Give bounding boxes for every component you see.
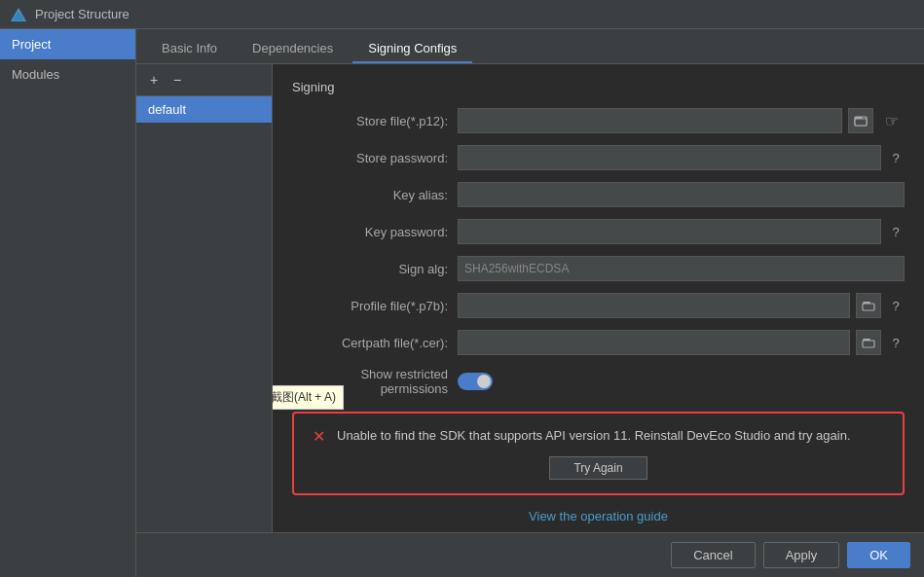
label-certpath-file: Certpath file(*.cer): [292, 336, 458, 350]
tab-signing-configs[interactable]: Signing Configs [352, 35, 472, 63]
input-key-password[interactable] [458, 219, 881, 244]
label-store-file: Store file(*.p12): [292, 114, 458, 128]
form-row-key-alias: Key alias: [292, 182, 905, 207]
app-icon [10, 6, 27, 23]
toggle-knob [477, 375, 491, 388]
form-area: 截图(Alt + A) Signing Store file(*.p12): ☞ [273, 64, 924, 532]
restricted-perms-toggle[interactable] [458, 373, 493, 390]
svg-rect-6 [863, 302, 870, 304]
wrap-store-file: ☞ [458, 108, 905, 133]
input-store-file[interactable] [458, 108, 842, 133]
wrap-store-password: ? [458, 145, 905, 170]
label-profile-file: Profile file(*.p7b): [292, 299, 458, 313]
sidebar-item-modules[interactable]: Modules [0, 59, 135, 90]
error-icon: ✕ [310, 427, 327, 445]
input-profile-file[interactable] [458, 293, 850, 318]
sidebar: Project Modules [0, 29, 136, 577]
bottom-bar: Cancel Apply OK [136, 532, 924, 577]
label-sign-alg: Sign alg: [292, 262, 458, 276]
input-key-alias[interactable] [458, 182, 905, 207]
svg-rect-8 [863, 339, 870, 341]
label-key-password: Key password: [292, 225, 458, 239]
add-config-button[interactable]: + [144, 70, 164, 90]
svg-rect-5 [863, 304, 874, 310]
form-row-store-password: Store password: ? [292, 145, 905, 170]
browse-certpath-file-button[interactable] [856, 330, 881, 355]
error-message: Unable to find the SDK that supports API… [337, 427, 851, 445]
form-row-certpath-file: Certpath file(*.cer): ? [292, 330, 905, 355]
tab-dependencies[interactable]: Dependencies [237, 35, 349, 63]
input-certpath-file[interactable] [458, 330, 850, 355]
fingerprint-button[interactable]: ☞ [879, 108, 905, 133]
remove-config-button[interactable]: − [167, 70, 187, 90]
wrap-sign-alg [458, 256, 905, 281]
section-title: Signing [292, 80, 905, 94]
config-panel: + − default [136, 64, 273, 532]
browse-store-file-button[interactable] [848, 108, 873, 133]
browse-profile-file-button[interactable] [856, 293, 881, 318]
label-store-password: Store password: [292, 151, 458, 165]
svg-rect-7 [863, 341, 874, 347]
main-layout: Project Modules Basic Info Dependencies … [0, 29, 924, 577]
wrap-key-password: ? [458, 219, 905, 244]
form-row-key-password: Key password: ? [292, 219, 905, 244]
help-icon-certpath-file[interactable]: ? [887, 334, 905, 351]
wrap-certpath-file: ? [458, 330, 905, 355]
operation-guide-link[interactable]: View the operation guide [292, 509, 905, 523]
wrap-profile-file: ? [458, 293, 905, 318]
form-row-restricted-perms: Show restricted permissions [292, 367, 905, 396]
svg-rect-4 [855, 119, 867, 126]
form-row-store-file: Store file(*.p12): ☞ [292, 108, 905, 133]
help-icon-key-password[interactable]: ? [887, 223, 905, 240]
title-bar-text: Project Structure [35, 7, 129, 21]
apply-button[interactable]: Apply [763, 542, 840, 568]
wrap-restricted-perms [458, 373, 905, 390]
help-icon-profile-file[interactable]: ? [887, 297, 905, 314]
form-row-profile-file: Profile file(*.p7b): ? [292, 293, 905, 318]
ok-button[interactable]: OK [847, 542, 910, 568]
content-area: Basic Info Dependencies Signing Configs … [136, 29, 924, 577]
try-again-button[interactable]: Try Again [549, 456, 647, 480]
wrap-key-alias [458, 182, 905, 207]
screenshot-tooltip: 截图(Alt + A) [273, 385, 344, 410]
input-sign-alg[interactable] [458, 256, 905, 281]
title-bar: Project Structure [0, 0, 924, 29]
input-store-password[interactable] [458, 145, 881, 170]
form-row-sign-alg: Sign alg: [292, 256, 905, 281]
inner-content: + − default 截图(Alt + A) Signing Store fi… [136, 64, 924, 532]
sidebar-item-project[interactable]: Project [0, 29, 135, 59]
error-row: ✕ Unable to find the SDK that supports A… [310, 427, 887, 445]
config-toolbar: + − [136, 64, 272, 96]
cancel-button[interactable]: Cancel [671, 542, 755, 568]
tab-basic-info[interactable]: Basic Info [146, 35, 233, 63]
error-box: ✕ Unable to find the SDK that supports A… [292, 412, 905, 495]
tabs-bar: Basic Info Dependencies Signing Configs [136, 29, 924, 64]
label-key-alias: Key alias: [292, 188, 458, 202]
config-item-default[interactable]: default [136, 96, 272, 123]
help-icon-store-password[interactable]: ? [887, 149, 905, 166]
